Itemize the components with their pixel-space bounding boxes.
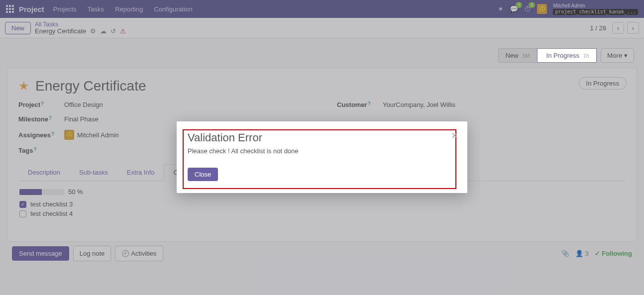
- stage-in-progress[interactable]: In Progress 1h: [537, 48, 597, 63]
- stage-label: In Progress: [546, 52, 579, 59]
- modal-overlay[interactable]: Validation Error ✕ Please check ! All ch…: [0, 0, 644, 295]
- modal-close-button[interactable]: Close: [188, 168, 218, 181]
- close-icon[interactable]: ✕: [451, 130, 458, 141]
- modal-message: Please check ! All checklist is not done: [188, 147, 456, 155]
- validation-error-modal: Validation Error ✕ Please check ! All ch…: [177, 121, 467, 193]
- modal-title: Validation Error: [188, 131, 456, 144]
- stage-time: 1h: [583, 53, 589, 59]
